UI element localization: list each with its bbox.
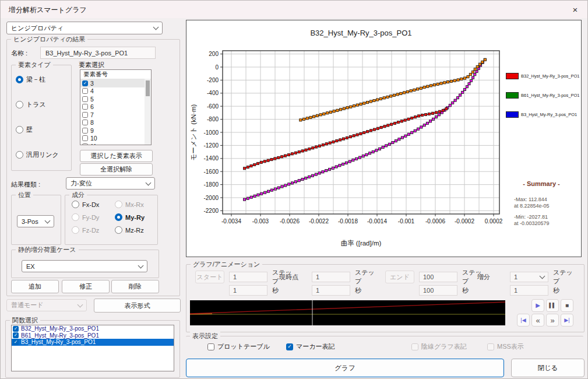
radio-fx-dx[interactable]: Fx-Dx — [72, 201, 99, 208]
modify-button[interactable]: 修正 — [62, 280, 110, 293]
current-step-field[interactable]: 1 — [312, 272, 350, 282]
skip-to-start-icon[interactable]: |◀ — [517, 314, 530, 327]
rewind-icon[interactable]: « — [531, 314, 544, 327]
checkbox-icon[interactable] — [82, 143, 88, 145]
start-step-field[interactable]: 1 — [229, 272, 267, 282]
function-row-b61[interactable]: ✓B61_Hyst_My-Ry_3-pos_PO1 — [12, 332, 174, 339]
stop-icon[interactable]: ■ — [561, 299, 573, 312]
checkbox-plot-table[interactable]: プロットテーブル — [207, 342, 270, 351]
end-sec-field[interactable]: 100 — [419, 285, 457, 296]
checkbox-icon[interactable] — [82, 96, 88, 102]
name-field[interactable]: B3_Hyst_My-Ry_3-pos_PO1 — [40, 47, 156, 59]
radio-truss[interactable]: トラス — [16, 100, 46, 109]
chevron-down-icon — [138, 262, 144, 268]
function-select-list[interactable]: ✓B32_Hyst_My-Ry_3-pos_PO1 ✓B61_Hyst_My-R… — [11, 325, 174, 371]
legend-item-b61: B61_Hyst_My-Ry_3-pos_PO1 — [506, 92, 579, 99]
svg-text:-0.0026: -0.0026 — [280, 218, 300, 224]
element-row-4[interactable]: 4 — [80, 87, 151, 96]
element-row-10[interactable]: 10 — [80, 135, 151, 143]
legend-label: B32_Hyst_My-Ry_3-pos_PO1 — [521, 73, 579, 79]
radio-icon[interactable] — [115, 213, 122, 221]
checkbox-icon[interactable] — [82, 128, 88, 134]
start-sec-field[interactable]: 1 — [229, 285, 267, 296]
radio-beam-column[interactable]: 梁－柱 — [16, 75, 45, 84]
checkbox-icon[interactable] — [207, 343, 214, 350]
element-row-8[interactable]: 8 — [80, 119, 151, 127]
checkbox-icon[interactable] — [82, 135, 88, 141]
close-button[interactable]: 閉じる — [511, 359, 585, 377]
animation-timeline-seekbar[interactable] — [190, 300, 505, 325]
element-select-list[interactable]: 要素番号 ✓3 4 5 6 7 8 9 10 11 — [80, 69, 152, 145]
checkbox-icon[interactable] — [82, 112, 88, 118]
legend-swatch-green — [506, 92, 519, 99]
radio-icon[interactable] — [115, 226, 122, 234]
close-icon[interactable]: × — [563, 1, 587, 18]
radio-mz-rz[interactable]: Mz-Rz — [115, 226, 144, 234]
element-row-5[interactable]: 5 — [80, 95, 151, 103]
function-row-b32[interactable]: ✓B32_Hyst_My-Ry_3-pos_PO1 — [12, 325, 174, 332]
function-row-b3[interactable]: ✓B3_Hyst_My-Ry_3-pos_PO1 — [12, 339, 174, 346]
chevron-down-icon — [146, 180, 152, 185]
play-icon[interactable]: ▶ — [531, 299, 544, 312]
checkbox-icon[interactable] — [82, 104, 88, 110]
component-label: 成分 — [69, 191, 87, 199]
load-case-dropdown[interactable]: EX — [22, 260, 147, 272]
radio-general-link[interactable]: 汎用リンク — [16, 150, 59, 159]
increment-sec-field[interactable]: 1 — [510, 285, 548, 296]
checkbox-icon[interactable]: ✓ — [13, 339, 19, 345]
position-dropdown[interactable]: 3-Pos — [17, 215, 54, 227]
current-sec-field[interactable]: 1 — [312, 285, 350, 296]
current-point-label: 現時点 — [278, 273, 307, 282]
element-row-3[interactable]: ✓3 — [80, 79, 151, 87]
increment-step-dropdown[interactable]: 1 — [510, 272, 548, 282]
element-row-11[interactable]: 11 — [80, 142, 151, 145]
graph-button[interactable]: グラフ — [186, 359, 504, 377]
radio-fz-dz: Fz-Dz — [72, 226, 99, 234]
radio-icon[interactable] — [16, 126, 23, 134]
hinge-result-group-label: ヒンジプロパティの結果 — [11, 35, 87, 44]
svg-text:-800: -800 — [207, 116, 219, 122]
clear-all-selection-button[interactable]: 全選択解除 — [80, 163, 153, 176]
checkbox-icon[interactable] — [82, 120, 88, 125]
svg-text:-1400: -1400 — [203, 155, 219, 162]
checkbox-icon[interactable]: ✓ — [82, 80, 88, 86]
pause-icon[interactable]: ▌▌ — [546, 299, 559, 312]
svg-text:-1800: -1800 — [203, 181, 219, 188]
radio-icon[interactable] — [16, 76, 23, 83]
radio-icon[interactable] — [16, 151, 23, 159]
radio-my-ry[interactable]: My-Ry — [115, 213, 145, 221]
scrollbar-thumb[interactable] — [146, 80, 150, 96]
checkbox-icon[interactable]: ✓ — [13, 326, 19, 332]
delete-button[interactable]: 削除 — [111, 280, 159, 293]
radio-icon[interactable] — [16, 101, 23, 108]
end-step-field[interactable]: 100 — [419, 272, 457, 282]
window-title: 増分解析スマートグラフ — [9, 5, 87, 15]
checkbox-marker-notation[interactable]: ✓マーカー表記 — [286, 342, 335, 351]
show-selected-elements-button[interactable]: 選択した要素表示 — [80, 150, 153, 162]
start-button[interactable]: スタート — [195, 271, 224, 283]
checkbox-icon — [411, 343, 418, 350]
smart-graph-dialog: 増分解析スマートグラフ × ヒンジプロパティ ヒンジプロパティの結果 名称 : … — [0, 0, 588, 379]
skip-to-end-icon[interactable]: ▶| — [561, 314, 573, 327]
radio-wall[interactable]: 壁 — [16, 125, 33, 134]
checkbox-icon[interactable]: ✓ — [286, 343, 293, 350]
end-button[interactable]: エンド — [385, 271, 414, 283]
anim-cluster-increment: 増分 1 ステップ 1 秒 — [476, 271, 579, 296]
element-list-scrollbar[interactable] — [145, 79, 151, 145]
chevron-down-icon — [153, 24, 159, 30]
element-row-7[interactable]: 7 — [80, 111, 151, 119]
add-button[interactable]: 追加 — [11, 280, 59, 293]
fast-forward-icon[interactable]: » — [546, 314, 559, 327]
element-row-9[interactable]: 9 — [80, 127, 151, 135]
radio-icon[interactable] — [72, 201, 79, 208]
element-row-6[interactable]: 6 — [80, 103, 151, 111]
anim-cluster-current: 現時点 1 ステップ 1 秒 — [278, 271, 381, 296]
svg-text:-600: -600 — [207, 103, 219, 110]
property-type-dropdown[interactable]: ヒンジプロパティ — [6, 22, 163, 34]
checkbox-icon[interactable] — [82, 88, 88, 94]
function-select-label: 関数選択 — [10, 316, 40, 325]
radio-icon — [115, 201, 122, 208]
checkbox-icon[interactable]: ✓ — [13, 332, 19, 338]
result-type-dropdown[interactable]: 力-変位 — [66, 177, 155, 190]
display-format-button[interactable]: 表示形式 — [94, 299, 181, 313]
